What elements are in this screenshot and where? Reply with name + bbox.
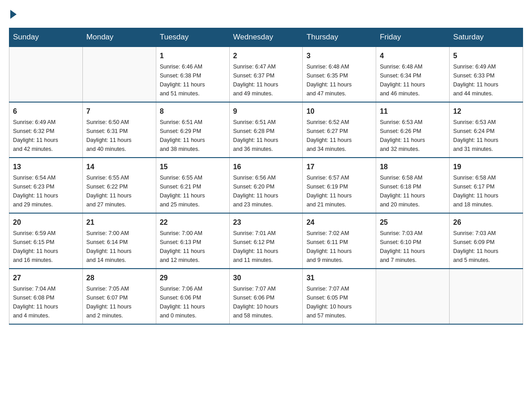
- calendar-cell: 14Sunrise: 6:55 AM Sunset: 6:22 PM Dayli…: [82, 158, 156, 213]
- calendar-header-thursday: Thursday: [303, 28, 376, 47]
- day-number: 16: [233, 162, 299, 172]
- calendar-cell: [9, 47, 83, 102]
- calendar-cell: [376, 269, 450, 324]
- day-info: Sunrise: 6:48 AM Sunset: 6:34 PM Dayligh…: [380, 62, 446, 98]
- calendar-cell: 1Sunrise: 6:46 AM Sunset: 6:38 PM Daylig…: [156, 47, 229, 102]
- calendar-cell: 27Sunrise: 7:04 AM Sunset: 6:08 PM Dayli…: [9, 269, 83, 324]
- calendar-header-friday: Friday: [376, 28, 450, 47]
- day-number: 27: [13, 273, 79, 283]
- day-info: Sunrise: 6:54 AM Sunset: 6:23 PM Dayligh…: [13, 173, 79, 209]
- calendar-cell: 8Sunrise: 6:51 AM Sunset: 6:29 PM Daylig…: [156, 102, 229, 158]
- calendar-cell: 26Sunrise: 7:03 AM Sunset: 6:09 PM Dayli…: [450, 213, 523, 269]
- day-number: 12: [453, 106, 519, 117]
- calendar-cell: [450, 269, 523, 324]
- calendar-week-row: 20Sunrise: 6:59 AM Sunset: 6:15 PM Dayli…: [9, 213, 523, 269]
- day-number: 23: [233, 217, 299, 228]
- calendar-header-tuesday: Tuesday: [156, 28, 229, 47]
- day-info: Sunrise: 7:07 AM Sunset: 6:06 PM Dayligh…: [233, 284, 299, 320]
- day-info: Sunrise: 6:51 AM Sunset: 6:29 PM Dayligh…: [160, 118, 226, 154]
- calendar-header-sunday: Sunday: [9, 28, 83, 47]
- day-info: Sunrise: 7:02 AM Sunset: 6:11 PM Dayligh…: [306, 229, 372, 265]
- day-number: 5: [453, 51, 519, 61]
- calendar-cell: 15Sunrise: 6:55 AM Sunset: 6:21 PM Dayli…: [156, 158, 229, 213]
- calendar-cell: 9Sunrise: 6:51 AM Sunset: 6:28 PM Daylig…: [229, 102, 303, 158]
- logo: [9, 9, 17, 19]
- day-info: Sunrise: 7:07 AM Sunset: 6:05 PM Dayligh…: [306, 284, 372, 320]
- calendar-cell: 29Sunrise: 7:06 AM Sunset: 6:06 PM Dayli…: [156, 269, 229, 324]
- day-info: Sunrise: 6:51 AM Sunset: 6:28 PM Dayligh…: [233, 118, 299, 154]
- day-info: Sunrise: 6:49 AM Sunset: 6:32 PM Dayligh…: [13, 118, 79, 154]
- calendar-cell: 13Sunrise: 6:54 AM Sunset: 6:23 PM Dayli…: [9, 158, 83, 213]
- day-info: Sunrise: 6:49 AM Sunset: 6:33 PM Dayligh…: [453, 62, 519, 98]
- calendar-cell: 23Sunrise: 7:01 AM Sunset: 6:12 PM Dayli…: [229, 213, 303, 269]
- day-number: 29: [160, 273, 226, 283]
- day-info: Sunrise: 6:58 AM Sunset: 6:17 PM Dayligh…: [453, 173, 519, 209]
- calendar-cell: 24Sunrise: 7:02 AM Sunset: 6:11 PM Dayli…: [303, 213, 376, 269]
- calendar-cell: 16Sunrise: 6:56 AM Sunset: 6:20 PM Dayli…: [229, 158, 303, 213]
- day-info: Sunrise: 7:06 AM Sunset: 6:06 PM Dayligh…: [160, 284, 226, 320]
- day-number: 6: [13, 106, 79, 117]
- day-number: 3: [306, 51, 372, 61]
- calendar-cell: 18Sunrise: 6:58 AM Sunset: 6:18 PM Dayli…: [376, 158, 450, 213]
- day-number: 1: [160, 51, 226, 61]
- day-info: Sunrise: 7:01 AM Sunset: 6:12 PM Dayligh…: [233, 229, 299, 265]
- calendar-cell: 22Sunrise: 7:00 AM Sunset: 6:13 PM Dayli…: [156, 213, 229, 269]
- calendar-header-monday: Monday: [82, 28, 156, 47]
- day-number: 26: [453, 217, 519, 228]
- day-info: Sunrise: 6:48 AM Sunset: 6:35 PM Dayligh…: [306, 62, 372, 98]
- calendar-header-row: SundayMondayTuesdayWednesdayThursdayFrid…: [9, 28, 523, 47]
- day-number: 30: [233, 273, 299, 283]
- day-number: 7: [86, 106, 152, 117]
- day-info: Sunrise: 6:57 AM Sunset: 6:19 PM Dayligh…: [306, 173, 372, 209]
- day-info: Sunrise: 6:47 AM Sunset: 6:37 PM Dayligh…: [233, 62, 299, 98]
- calendar-week-row: 13Sunrise: 6:54 AM Sunset: 6:23 PM Dayli…: [9, 158, 523, 213]
- day-info: Sunrise: 6:52 AM Sunset: 6:27 PM Dayligh…: [306, 118, 372, 154]
- day-info: Sunrise: 7:00 AM Sunset: 6:13 PM Dayligh…: [160, 229, 226, 265]
- day-info: Sunrise: 7:04 AM Sunset: 6:08 PM Dayligh…: [13, 284, 79, 320]
- calendar-week-row: 6Sunrise: 6:49 AM Sunset: 6:32 PM Daylig…: [9, 102, 523, 158]
- day-number: 14: [86, 162, 152, 172]
- calendar-cell: 10Sunrise: 6:52 AM Sunset: 6:27 PM Dayli…: [303, 102, 376, 158]
- day-info: Sunrise: 6:53 AM Sunset: 6:24 PM Dayligh…: [453, 118, 519, 154]
- day-number: 15: [160, 162, 226, 172]
- logo-arrow-icon: [10, 10, 17, 19]
- calendar-cell: 31Sunrise: 7:07 AM Sunset: 6:05 PM Dayli…: [303, 269, 376, 324]
- calendar-cell: 25Sunrise: 7:03 AM Sunset: 6:10 PM Dayli…: [376, 213, 450, 269]
- day-number: 19: [453, 162, 519, 172]
- calendar-cell: 20Sunrise: 6:59 AM Sunset: 6:15 PM Dayli…: [9, 213, 83, 269]
- calendar-header-wednesday: Wednesday: [229, 28, 303, 47]
- day-info: Sunrise: 6:55 AM Sunset: 6:22 PM Dayligh…: [86, 173, 152, 209]
- calendar-cell: 28Sunrise: 7:05 AM Sunset: 6:07 PM Dayli…: [82, 269, 156, 324]
- day-number: 4: [380, 51, 446, 61]
- day-info: Sunrise: 7:03 AM Sunset: 6:09 PM Dayligh…: [453, 229, 519, 265]
- day-number: 18: [380, 162, 446, 172]
- calendar-cell: 11Sunrise: 6:53 AM Sunset: 6:26 PM Dayli…: [376, 102, 450, 158]
- calendar-week-row: 1Sunrise: 6:46 AM Sunset: 6:38 PM Daylig…: [9, 47, 523, 102]
- day-info: Sunrise: 6:58 AM Sunset: 6:18 PM Dayligh…: [380, 173, 446, 209]
- calendar-cell: 3Sunrise: 6:48 AM Sunset: 6:35 PM Daylig…: [303, 47, 376, 102]
- day-number: 9: [233, 106, 299, 117]
- day-info: Sunrise: 6:46 AM Sunset: 6:38 PM Dayligh…: [160, 62, 226, 98]
- calendar-cell: 17Sunrise: 6:57 AM Sunset: 6:19 PM Dayli…: [303, 158, 376, 213]
- day-number: 13: [13, 162, 79, 172]
- day-number: 2: [233, 51, 299, 61]
- day-number: 17: [306, 162, 372, 172]
- day-info: Sunrise: 7:05 AM Sunset: 6:07 PM Dayligh…: [86, 284, 152, 320]
- day-info: Sunrise: 7:03 AM Sunset: 6:10 PM Dayligh…: [380, 229, 446, 265]
- day-number: 31: [306, 273, 372, 283]
- day-number: 22: [160, 217, 226, 228]
- calendar-cell: 2Sunrise: 6:47 AM Sunset: 6:37 PM Daylig…: [229, 47, 303, 102]
- day-info: Sunrise: 6:56 AM Sunset: 6:20 PM Dayligh…: [233, 173, 299, 209]
- calendar-cell: 21Sunrise: 7:00 AM Sunset: 6:14 PM Dayli…: [82, 213, 156, 269]
- calendar-cell: [82, 47, 156, 102]
- calendar-header-saturday: Saturday: [450, 28, 523, 47]
- day-number: 10: [306, 106, 372, 117]
- day-number: 25: [380, 217, 446, 228]
- day-number: 20: [13, 217, 79, 228]
- day-info: Sunrise: 6:50 AM Sunset: 6:31 PM Dayligh…: [86, 118, 152, 154]
- day-number: 8: [160, 106, 226, 117]
- calendar-cell: 19Sunrise: 6:58 AM Sunset: 6:17 PM Dayli…: [450, 158, 523, 213]
- calendar-cell: 12Sunrise: 6:53 AM Sunset: 6:24 PM Dayli…: [450, 102, 523, 158]
- calendar-cell: 7Sunrise: 6:50 AM Sunset: 6:31 PM Daylig…: [82, 102, 156, 158]
- day-info: Sunrise: 7:00 AM Sunset: 6:14 PM Dayligh…: [86, 229, 152, 265]
